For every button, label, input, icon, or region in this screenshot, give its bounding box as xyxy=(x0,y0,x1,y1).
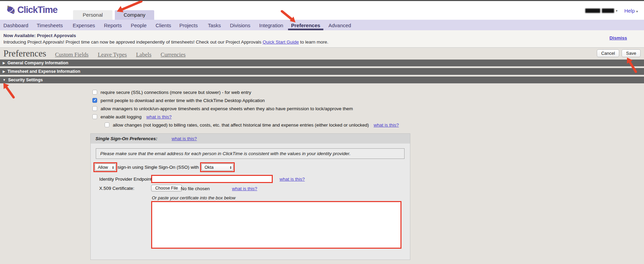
custom-fields-link[interactable]: Custom Fields xyxy=(55,51,89,58)
nav-item-timesheets[interactable]: Timesheets xyxy=(37,20,63,30)
no-file-chosen-text: No file chosen xyxy=(181,186,210,191)
section-label: Security Settings xyxy=(8,78,43,82)
collapsed-triangle-icon: ▶ xyxy=(3,70,5,73)
header-right: ▾ Help ▾ xyxy=(585,8,638,14)
nav-item-dashboard[interactable]: Dashboard xyxy=(3,20,28,30)
checkbox-label: allow managers to unlock/un-approve time… xyxy=(101,106,353,111)
sso-panel-header: Single Sign-On Preferences: what is this… xyxy=(91,134,410,144)
sso-mode-select[interactable]: Allow ▲▼ xyxy=(95,164,116,171)
banner-text: to learn more. xyxy=(299,39,328,45)
nav-item-preferences[interactable]: Preferences xyxy=(291,20,320,30)
user-menu[interactable]: ▾ xyxy=(585,9,618,13)
idp-endpoint-help-link[interactable]: what is this? xyxy=(280,177,305,182)
sso-preferences-panel: Single Sign-On Preferences: what is this… xyxy=(90,133,410,260)
ssl-checkbox[interactable] xyxy=(92,90,97,95)
checkbox-label: enable audit logging xyxy=(101,114,142,119)
unlock-unapprove-checkbox[interactable] xyxy=(92,106,97,111)
clicktime-logo: ClickTime xyxy=(5,4,57,15)
certificate-help-link[interactable]: what is this? xyxy=(232,186,257,191)
redacted-username xyxy=(602,9,614,13)
banner-text: Introducing Project Approvals! Project t… xyxy=(3,39,263,45)
chevron-down-icon: ▾ xyxy=(616,9,618,13)
section-label: General Company Information xyxy=(7,61,68,65)
checkbox-row-allow-changes: allow changes (not logged) to billing ra… xyxy=(105,122,644,128)
nav-item-projects[interactable]: Projects xyxy=(179,20,198,30)
allow-changes-help-link[interactable]: what is this? xyxy=(374,122,399,128)
currencies-link[interactable]: Currencies xyxy=(161,51,186,58)
preferences-sub-links: Custom FieldsLeave TypesLabelsCurrencies xyxy=(55,51,195,58)
nav-item-expenses[interactable]: Expenses xyxy=(73,20,95,30)
collapsed-triangle-icon: ▶ xyxy=(3,61,5,65)
main-nav: Dashboard Timesheets Expenses Reports Pe… xyxy=(0,20,644,30)
labels-link[interactable]: Labels xyxy=(136,51,151,58)
idp-endpoint-input[interactable] xyxy=(151,175,273,183)
section-security-settings[interactable]: ▼ Security Settings xyxy=(0,77,644,83)
audit-logging-checkbox[interactable] xyxy=(92,114,97,119)
paste-certificate-note: Or paste your certificate into the box b… xyxy=(152,195,235,200)
allow-select-annotation-box: Allow ▲▼ xyxy=(93,162,117,172)
security-settings-content: require secure (SSL) connections (more s… xyxy=(0,85,644,260)
idp-endpoint-label: Identity Provider Endpoint: xyxy=(99,177,153,182)
checkbox-row-unlock-unapprove: allow managers to unlock/un-approve time… xyxy=(92,106,644,111)
scope-tabs: Personal Company xyxy=(73,10,154,20)
checkbox-label: require secure (SSL) connections (more s… xyxy=(101,90,251,95)
sso-mode-text: sign-in using Single Sign-On (SSO) with xyxy=(118,165,199,170)
save-button[interactable]: Save xyxy=(622,49,641,57)
checkbox-row-audit-logging: enable audit logging what is this? xyxy=(92,114,644,119)
section-label: Timesheet and Expense Information xyxy=(7,69,80,74)
help-menu[interactable]: Help ▾ xyxy=(624,8,638,14)
cancel-button[interactable]: Cancel xyxy=(597,49,619,57)
page-head: Preferences Custom FieldsLeave TypesLabe… xyxy=(0,48,644,60)
tab-personal[interactable]: Personal xyxy=(73,10,112,20)
redacted-username xyxy=(585,9,600,13)
checkbox-label: permit people to download and enter time… xyxy=(101,98,265,103)
sso-mode-row: Allow ▲▼ sign-in using Single Sign-On (S… xyxy=(93,162,235,172)
tab-company[interactable]: Company xyxy=(115,10,154,20)
nav-item-integration[interactable]: Integration xyxy=(259,20,283,30)
checkbox-row-desktop-app: permit people to download and enter time… xyxy=(92,98,644,103)
announcement-banner: Now Available: Project Approvals Introdu… xyxy=(0,30,644,48)
desktop-app-checkbox[interactable] xyxy=(92,98,97,103)
preferences-page: Preferences Custom FieldsLeave TypesLabe… xyxy=(0,48,644,260)
banner-title: Now Available: Project Approvals xyxy=(3,33,644,38)
x509-certificate-label: X.509 Certificate: xyxy=(99,186,135,191)
audit-logging-help-link[interactable]: what is this? xyxy=(146,114,172,119)
sso-consistency-note: Please make sure that the email address … xyxy=(96,148,405,159)
certificate-textarea[interactable] xyxy=(151,201,401,249)
sso-provider-select[interactable]: Okta ▲▼ xyxy=(201,164,233,171)
clicktime-logo-icon xyxy=(5,4,16,15)
app-header: ClickTime Personal Company ▾ Help ▾ xyxy=(0,1,644,20)
nav-item-reports[interactable]: Reports xyxy=(104,20,122,30)
nav-item-tasks[interactable]: Tasks xyxy=(208,20,221,30)
help-label: Help xyxy=(624,8,635,14)
banner-body: Introducing Project Approvals! Project t… xyxy=(3,39,644,45)
dismiss-link[interactable]: Dismiss xyxy=(609,35,627,40)
select-stepper-icon: ▲▼ xyxy=(112,166,114,169)
allow-changes-checkbox[interactable] xyxy=(105,122,109,127)
section-timesheet-and-expense-information[interactable]: ▶ Timesheet and Expense Information xyxy=(0,68,644,75)
choose-file-button[interactable]: Choose File xyxy=(151,185,182,192)
sso-help-link[interactable]: what is this? xyxy=(172,136,197,141)
provider-select-annotation-box: Okta ▲▼ xyxy=(200,162,235,172)
expanded-triangle-icon: ▼ xyxy=(3,78,6,82)
page-title: Preferences xyxy=(3,48,46,59)
checkbox-label: allow changes (not logged) to billing ra… xyxy=(113,122,369,128)
section-general-company-information[interactable]: ▶ General Company Information xyxy=(0,60,644,66)
checkbox-row-ssl: require secure (SSL) connections (more s… xyxy=(92,89,644,95)
nav-item-people[interactable]: People xyxy=(131,20,147,30)
form-action-buttons: Cancel Save xyxy=(597,49,641,57)
select-stepper-icon: ▲▼ xyxy=(230,166,232,169)
leave-types-link[interactable]: Leave Types xyxy=(98,51,127,58)
chevron-down-icon: ▾ xyxy=(636,10,638,13)
logo-text: ClickTime xyxy=(17,5,57,15)
nav-item-divisions[interactable]: Divisions xyxy=(230,20,250,30)
sso-provider-value: Okta xyxy=(204,165,213,170)
nav-item-clients[interactable]: Clients xyxy=(156,20,171,30)
sso-panel-title: Single Sign-On Preferences: xyxy=(95,136,157,141)
nav-item-advanced[interactable]: Advanced xyxy=(328,20,351,30)
sso-mode-value: Allow xyxy=(98,165,108,170)
quick-start-guide-link[interactable]: Quick Start Guide xyxy=(263,39,299,45)
